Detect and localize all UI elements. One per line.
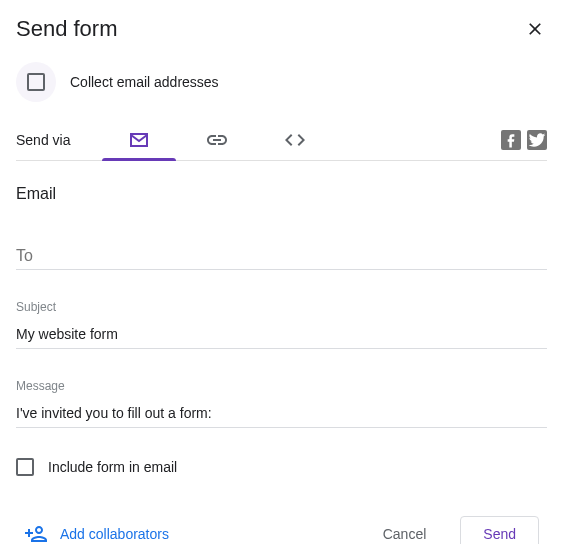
facebook-share-button[interactable]: [501, 130, 521, 150]
close-button[interactable]: [523, 17, 547, 41]
email-section: Email Subject Message Include form in em…: [16, 161, 547, 476]
close-icon: [525, 19, 545, 39]
add-collaborators-label: Add collaborators: [60, 526, 169, 542]
to-field: [16, 243, 547, 270]
collect-emails-checkbox[interactable]: [27, 73, 45, 91]
send-form-dialog: Send form Collect email addresses Send v…: [0, 0, 563, 544]
cancel-button[interactable]: Cancel: [361, 517, 449, 544]
add-collaborators-button[interactable]: Add collaborators: [24, 522, 169, 544]
include-form-checkbox[interactable]: [16, 458, 34, 476]
subject-field: Subject: [16, 300, 547, 349]
email-icon: [127, 128, 151, 152]
to-input[interactable]: [16, 243, 547, 270]
send-button[interactable]: Send: [460, 516, 539, 544]
dialog-title: Send form: [16, 16, 118, 42]
collect-emails-label: Collect email addresses: [70, 74, 219, 90]
embed-icon: [283, 128, 307, 152]
message-field: Message: [16, 379, 547, 428]
dialog-footer: Add collaborators Cancel Send: [16, 516, 547, 544]
twitter-share-button[interactable]: [527, 130, 547, 150]
twitter-icon: [527, 130, 547, 150]
include-form-label: Include form in email: [48, 459, 177, 475]
tab-email[interactable]: [100, 120, 178, 160]
tab-link[interactable]: [178, 120, 256, 160]
social-icons: [501, 130, 547, 150]
tab-embed[interactable]: [256, 120, 334, 160]
link-icon: [205, 128, 229, 152]
footer-buttons: Cancel Send: [361, 516, 539, 544]
subject-input[interactable]: [16, 320, 547, 349]
subject-label: Subject: [16, 300, 547, 314]
message-label: Message: [16, 379, 547, 393]
send-via-label: Send via: [16, 132, 70, 148]
collect-emails-checkbox-wrap: [16, 62, 56, 102]
collect-emails-row: Collect email addresses: [16, 62, 547, 102]
facebook-icon: [501, 130, 521, 150]
person-add-icon: [24, 522, 48, 544]
email-section-title: Email: [16, 185, 547, 203]
include-form-row: Include form in email: [16, 458, 547, 476]
dialog-header: Send form: [16, 16, 547, 42]
send-via-row: Send via: [16, 120, 547, 161]
message-input[interactable]: [16, 399, 547, 428]
